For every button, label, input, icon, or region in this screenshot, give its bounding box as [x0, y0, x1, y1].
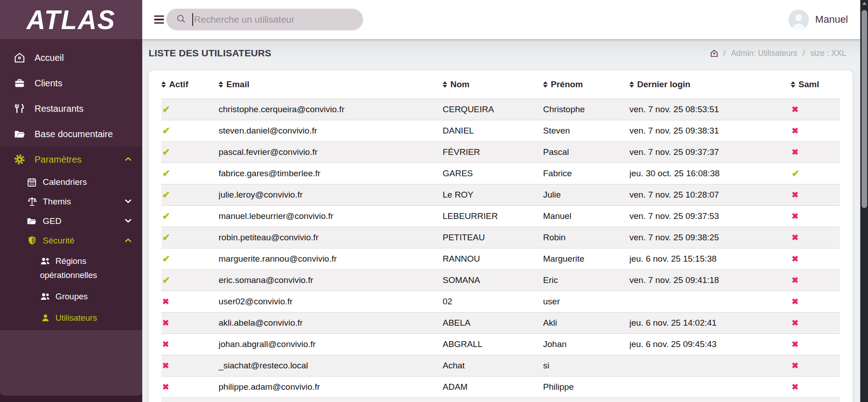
sidebar-item-calendriers[interactable]: Calendriers — [0, 172, 142, 192]
briefcase-icon — [14, 77, 25, 89]
sidebar-item-utilisateurs[interactable]: Utilisateurs — [0, 307, 142, 328]
table-row[interactable]: ✔ eric.somana@convivio.fr SOMANA Eric ve… — [161, 269, 840, 291]
table-row[interactable]: ✔ christophe.cerqueira@convivio.fr CERQU… — [161, 99, 840, 120]
user-icon — [40, 313, 51, 323]
table-row[interactable]: ✔ robin.petiteau@convivio.fr PETITEAU Ro… — [161, 227, 840, 248]
actif-status-icon: ✔ — [161, 147, 219, 158]
table-row[interactable]: ✖ _siachat@resteco.local Achat si ✖ — [161, 355, 840, 376]
cell-dernier-login: ven. 7 nov. 25 08:53:51 — [629, 104, 791, 114]
breadcrumb: / Admin: Utilisateurs / size : XXL — [710, 49, 846, 58]
sidebar-item-label: Base documentaire — [35, 129, 113, 139]
search-input[interactable] — [194, 14, 355, 25]
breadcrumb-item-admin-utilisateurs[interactable]: Admin: Utilisateurs — [731, 49, 797, 58]
saml-status-icon: ✖ — [791, 126, 840, 136]
shield-icon — [26, 235, 37, 246]
sidebar-item-groupes[interactable]: Groupes — [0, 286, 142, 307]
table-header-prenom[interactable]: Prénom — [543, 79, 629, 89]
table-row[interactable]: ✔ julie.leroy@convivio.fr Le ROY Julie v… — [161, 184, 840, 205]
hamburger-menu-icon[interactable] — [154, 15, 164, 24]
chevron-down-icon — [125, 199, 130, 204]
cutlery-icon — [14, 103, 25, 114]
cell-prenom: Marguerite — [543, 254, 629, 264]
table-header-nom[interactable]: Nom — [443, 79, 543, 89]
saml-status-icon: ✖ — [791, 211, 840, 221]
cell-nom: GARES — [443, 169, 543, 179]
cell-nom: Le ROY — [443, 190, 543, 200]
cell-prenom: Pascal — [543, 147, 629, 157]
table-header-actif[interactable]: Actif — [161, 79, 219, 89]
sidebar: ATLAS Accueil Clients Restaurant — [0, 0, 142, 402]
cell-nom: SOMANA — [443, 275, 543, 285]
sidebar-item-accueil[interactable]: Accueil — [0, 45, 142, 70]
sidebar-item-regions-operationnelles[interactable]: Régions opérationnelles — [0, 250, 142, 286]
cell-prenom: user — [543, 297, 629, 307]
saml-status-icon: ✖ — [791, 190, 840, 200]
cell-nom: LEBEURRIER — [443, 211, 543, 221]
cell-dernier-login: ven. 7 nov. 25 09:38:31 — [629, 126, 791, 136]
text-caret — [192, 13, 193, 26]
cell-email: marguerite.rannou@convivio.fr — [219, 254, 443, 264]
table-row[interactable]: ✖ philippe.adam@convivio.fr ADAM Philipp… — [161, 376, 840, 397]
sort-icon — [443, 81, 447, 88]
scroll-up-arrow-icon[interactable] — [862, 2, 867, 5]
table-row[interactable]: ✔ fabrice.gares@timberlee.fr GARES Fabri… — [161, 163, 840, 184]
folder-open-icon — [26, 216, 37, 227]
actif-status-icon: ✖ — [161, 361, 219, 371]
cell-nom: RANNOU — [443, 254, 543, 264]
sidebar-item-restaurants[interactable]: Restaurants — [0, 96, 142, 121]
saml-status-icon: ✖ — [791, 297, 840, 307]
cell-email: steven.daniel@convivio.fr — [219, 126, 443, 136]
cell-email: eric.somana@convivio.fr — [219, 275, 443, 285]
cell-email: user02@convivio.fr — [219, 297, 443, 307]
sidebar-item-themis[interactable]: Themis — [0, 192, 142, 211]
table-row[interactable]: ✔ manuel.lebeurrier@convivio.fr LEBEURRI… — [161, 205, 840, 227]
table-row[interactable]: ✔ marguerite.rannou@convivio.fr RANNOU M… — [161, 248, 840, 269]
actif-status-icon: ✔ — [161, 189, 219, 200]
actif-status-icon: ✖ — [161, 318, 219, 328]
gear-icon — [14, 154, 25, 165]
table-header-email[interactable]: Email — [219, 79, 443, 89]
user-menu[interactable]: Manuel — [788, 0, 848, 39]
sidebar-item-label: Groupes — [55, 289, 88, 303]
sidebar-item-label: Accueil — [35, 53, 64, 63]
sidebar-item-securite[interactable]: Sécurité — [0, 231, 142, 250]
sidebar-item-base-documentaire[interactable]: Base documentaire — [0, 121, 142, 147]
sort-icon — [629, 81, 634, 88]
table-row[interactable]: ✔ steven.daniel@convivio.fr DANIEL Steve… — [161, 120, 840, 141]
table-row[interactable]: ✖ akli.abela@convivio.fr ABELA Akli jeu.… — [161, 312, 840, 333]
cell-prenom: Julie — [543, 190, 629, 200]
cell-email: _siachat@resteco.local — [219, 361, 443, 371]
sort-icon — [161, 81, 166, 88]
saml-status-icon: ✖ — [791, 254, 840, 264]
sidebar-item-label: Themis — [43, 197, 71, 207]
breadcrumb-item-size[interactable]: size : XXL — [810, 49, 846, 58]
table-header-dernier-login[interactable]: Dernier login — [629, 79, 791, 89]
actif-status-icon: ✔ — [161, 168, 219, 179]
table-row[interactable]: ✖ johan.abgrall@convivio.fr ABGRALL Joha… — [161, 333, 840, 355]
scrollbar-thumb[interactable] — [862, 10, 867, 208]
home-icon[interactable] — [710, 50, 718, 57]
cell-prenom: Robin — [543, 233, 629, 243]
cell-email: christophe.cerqueira@convivio.fr — [219, 104, 443, 114]
table-header-saml[interactable]: Saml — [791, 79, 840, 89]
cell-prenom: Eric — [543, 275, 629, 285]
topbar: Manuel — [142, 0, 868, 39]
page-title: LISTE DES UTILISATEURS — [149, 48, 271, 59]
cell-prenom: Johan — [543, 339, 629, 349]
table-row[interactable]: ✖ user02@convivio.fr 02 user ✖ — [161, 291, 840, 312]
logo[interactable]: ATLAS — [0, 0, 142, 39]
sidebar-item-ged[interactable]: GED — [0, 211, 142, 231]
cell-nom: PETITEAU — [443, 233, 543, 243]
sort-icon — [543, 81, 548, 88]
sidebar-item-clients[interactable]: Clients — [0, 70, 142, 96]
sidebar-item-parametres[interactable]: Paramètres — [0, 147, 142, 172]
saml-status-icon: ✖ — [791, 318, 840, 328]
vertical-scrollbar[interactable] — [860, 0, 868, 402]
cell-prenom: si — [543, 361, 629, 371]
saml-status-icon: ✖ — [791, 361, 840, 371]
cell-prenom: Manuel — [543, 211, 629, 221]
table-row[interactable]: ✔ pascal.fevrier@convivio.fr FÉVRIER Pas… — [161, 141, 840, 163]
search-bar[interactable] — [166, 9, 363, 30]
actif-status-icon: ✔ — [161, 232, 219, 243]
search-icon — [176, 14, 186, 25]
